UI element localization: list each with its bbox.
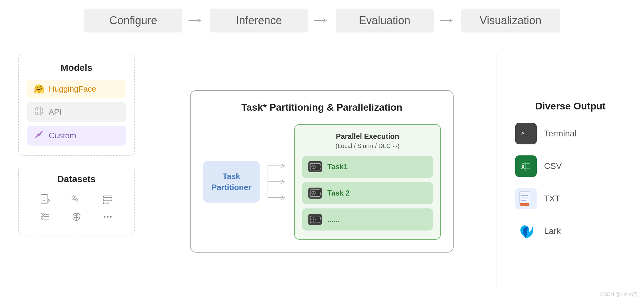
task-row-3: ......	[302, 208, 433, 231]
svg-point-21	[110, 216, 112, 218]
task-arrows-col	[265, 157, 289, 206]
pipeline-step-visualization: Visualization	[461, 9, 560, 32]
parallel-subtitle: (Local / Slurm / DLC ···)	[302, 143, 433, 150]
svg-point-19	[104, 216, 105, 218]
csv-icon: X	[515, 155, 537, 177]
svg-rect-13	[103, 199, 112, 201]
gpu-icon-2	[308, 188, 322, 199]
pipeline-step-inference: Inference	[210, 9, 308, 32]
pipeline-step-evaluation: Evaluation	[336, 9, 434, 32]
parallel-title: Parallel Execution	[302, 132, 433, 141]
terminal-icon: >_	[515, 123, 537, 144]
task-row-2: Task 2	[302, 182, 433, 204]
svg-rect-14	[103, 202, 108, 204]
gpu-icon-1	[308, 161, 322, 172]
output-item-csv: X CSV	[515, 155, 626, 177]
dataset-icon-list	[94, 193, 121, 206]
svg-point-46	[313, 219, 314, 220]
main-content: Models 🤗 HuggingFace API	[0, 41, 644, 301]
model-item-huggingface[interactable]: 🤗 HuggingFace	[27, 80, 126, 98]
right-column: Diverse Output >_ Terminal X	[497, 54, 626, 289]
datasets-title: Datasets	[27, 174, 126, 184]
svg-point-24	[313, 166, 314, 167]
svg-text:A: A	[76, 198, 79, 203]
dataset-icon-translate: 文 A	[63, 193, 90, 206]
pipeline-step-configure: Configure	[84, 9, 182, 32]
pipeline-bar: Configure Inference Evaluation Visualiza…	[0, 0, 644, 41]
svg-point-35	[313, 192, 314, 194]
svg-rect-69	[520, 203, 529, 206]
dataset-icon-checklist	[32, 211, 59, 223]
svg-text:>_: >_	[521, 130, 528, 136]
middle-column: Task* Partitioning & Parallelization Tas…	[147, 54, 497, 289]
left-column: Models 🤗 HuggingFace API	[18, 54, 147, 289]
model-item-custom[interactable]: Custom	[27, 126, 126, 146]
output-item-lark: Lark	[515, 220, 626, 242]
pipeline-arrow-3	[440, 16, 455, 25]
terminal-label: Terminal	[544, 129, 577, 139]
task-partitioner-label: TaskPartitioner	[211, 172, 251, 192]
svg-text:X: X	[521, 164, 525, 170]
svg-rect-12	[103, 196, 112, 198]
datasets-icons-grid: 文 A	[27, 191, 126, 225]
parallel-execution-box: Parallel Execution (Local / Slurm / DLC …	[294, 124, 441, 240]
diverse-output-title: Diverse Output	[515, 101, 626, 112]
watermark: CSDN @Kinno宝	[600, 291, 638, 298]
svg-rect-63	[520, 192, 530, 204]
pipeline-arrow-2	[314, 16, 330, 25]
models-title: Models	[27, 63, 126, 73]
pipeline-arrow-1	[189, 16, 204, 25]
model-item-api[interactable]: API	[27, 102, 126, 122]
dataset-icon-more	[94, 211, 121, 223]
svg-point-20	[107, 216, 109, 218]
task-inner-layout: TaskPartitioner	[203, 124, 441, 240]
task-box-title: Task* Partitioning & Parallelization	[203, 102, 441, 113]
huggingface-icon: 🤗	[33, 84, 44, 94]
datasets-box: Datasets 文 A	[18, 165, 135, 235]
lark-label: Lark	[544, 226, 561, 236]
task-partitioning-box: Task* Partitioning & Parallelization Tas…	[190, 90, 454, 253]
task-row-1: Task1	[302, 156, 433, 178]
txt-label: TXT	[544, 194, 560, 204]
csv-label: CSV	[544, 161, 562, 171]
models-box: Models 🤗 HuggingFace API	[18, 54, 135, 156]
dataset-icon-document	[32, 193, 59, 206]
task-partitioner-box: TaskPartitioner	[203, 161, 260, 203]
output-item-txt: TXT	[515, 188, 626, 209]
custom-icon	[33, 130, 44, 141]
gpu-icon-3	[308, 214, 322, 225]
output-item-terminal: >_ Terminal	[515, 123, 626, 144]
txt-icon	[515, 188, 537, 209]
lark-icon	[515, 220, 537, 242]
dataset-icon-brain	[63, 211, 90, 223]
task-arrows-svg	[265, 157, 289, 206]
api-icon	[33, 106, 44, 118]
